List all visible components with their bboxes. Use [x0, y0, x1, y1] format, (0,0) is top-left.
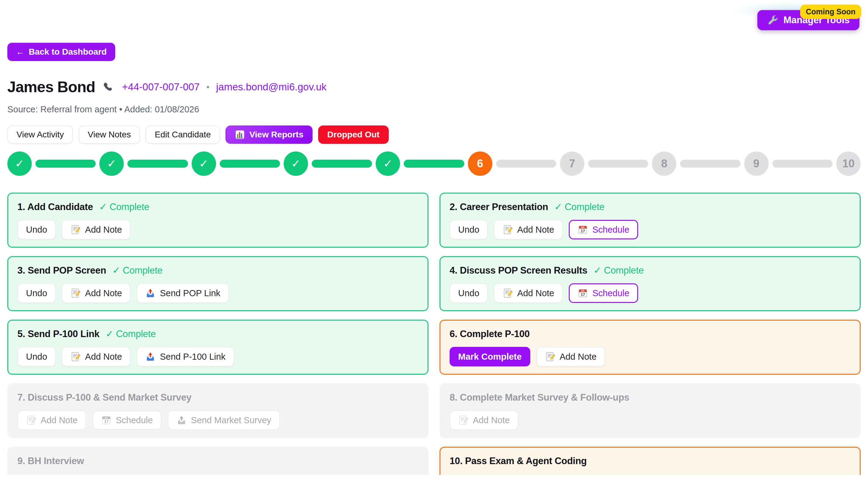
action-button-label: Dropped Out — [327, 130, 380, 140]
task-card-title: 7. Discuss P-100 & Send Market Survey — [18, 391, 192, 404]
task-status-complete: ✓ Complete — [593, 265, 644, 277]
task-mark-complete-button[interactable]: Mark Complete — [450, 347, 530, 367]
task-button-label: Mark Complete — [458, 352, 522, 362]
task-button-label: Undo — [458, 225, 479, 235]
task-send-market-survey-button[interactable]: Send Market Survey — [168, 410, 280, 430]
task-button-label: Add Note — [517, 225, 554, 235]
task-card-header: 6. Complete P-100 — [450, 328, 850, 340]
progress-stepper: ✓✓✓✓✓678910 — [7, 151, 861, 176]
calendar-icon: 17JUL — [578, 288, 588, 298]
chart-icon — [235, 130, 245, 140]
step-5: ✓ — [376, 151, 400, 176]
task-button-label: Undo — [26, 288, 47, 298]
task-button-label: Undo — [458, 288, 479, 298]
task-button-label: Schedule — [116, 415, 153, 425]
task-add-note-button[interactable]: Add Note — [494, 220, 563, 239]
candidate-header: James Bond +44-007-007-007 • james.bond@… — [7, 78, 861, 96]
step-6-current: 6 — [468, 151, 492, 176]
candidate-phone-link[interactable]: +44-007-007-007 — [122, 81, 199, 93]
step-10: 10 — [836, 151, 861, 176]
task-card-header: 3. Send POP Screen✓ Complete — [18, 265, 418, 277]
task-card-header: 8. Complete Market Survey & Follow-ups — [450, 391, 850, 404]
step-7: 7 — [560, 151, 584, 176]
svg-text:JUL: JUL — [581, 226, 585, 229]
back-arrow-icon: ← — [16, 47, 25, 57]
task-button-label: Send P-100 Link — [160, 352, 225, 362]
candidate-name: James Bond — [7, 78, 95, 96]
svg-text:17: 17 — [581, 292, 585, 297]
task-card-9: 9. BH Interview — [7, 447, 429, 475]
task-button-label: Add Note — [85, 225, 122, 235]
task-card-title: 4. Discuss POP Screen Results — [450, 265, 587, 277]
action-edit-candidate-button[interactable]: Edit Candidate — [146, 126, 220, 144]
action-button-label: View Activity — [17, 130, 64, 140]
task-status-complete: ✓ Complete — [106, 328, 156, 340]
task-button-label: Add Note — [85, 352, 122, 362]
action-button-label: View Reports — [249, 130, 304, 140]
task-card-title: 9. BH Interview — [18, 455, 84, 467]
task-status-complete: ✓ Complete — [554, 201, 604, 213]
task-card-4: 4. Discuss POP Screen Results✓ CompleteU… — [439, 256, 861, 311]
calendar-icon: 17JUL — [101, 415, 112, 425]
step-4: ✓ — [284, 151, 308, 176]
task-status-complete: ✓ Complete — [112, 265, 162, 277]
task-add-note-button[interactable]: Add Note — [18, 410, 86, 430]
task-add-note-button[interactable]: Add Note — [62, 220, 130, 239]
step-3: ✓ — [192, 151, 216, 176]
task-schedule-button[interactable]: 17JULSchedule — [569, 220, 638, 239]
memo-icon — [26, 415, 36, 425]
step-2: ✓ — [99, 151, 124, 176]
step-9: 9 — [744, 151, 769, 176]
task-card-3: 3. Send POP Screen✓ CompleteUndoAdd Note… — [7, 256, 429, 311]
step-connector — [220, 160, 280, 168]
candidate-email-link[interactable]: james.bond@mi6.gov.uk — [216, 81, 327, 93]
task-button-label: Undo — [26, 352, 47, 362]
task-card-actions: Mark CompleteAdd Note — [450, 347, 850, 367]
task-undo-button[interactable]: Undo — [18, 220, 56, 239]
task-card-actions: Add Note17JULScheduleSend Market Survey — [18, 410, 418, 430]
step-8: 8 — [652, 151, 676, 176]
task-button-label: Schedule — [592, 288, 629, 298]
task-undo-button[interactable]: Undo — [18, 283, 56, 303]
memo-icon — [70, 225, 81, 235]
outbox-icon — [145, 288, 156, 298]
candidate-meta: Source: Referral from agent • Added: 01/… — [7, 104, 861, 114]
action-view-activity-button[interactable]: View Activity — [7, 126, 73, 144]
action-view-reports-button[interactable]: View Reports — [225, 126, 313, 144]
task-add-note-button[interactable]: Add Note — [494, 283, 563, 303]
task-button-label: Add Note — [41, 415, 78, 425]
step-1: ✓ — [7, 151, 32, 176]
task-card-title: 8. Complete Market Survey & Follow-ups — [450, 391, 629, 404]
action-button-label: Edit Candidate — [155, 130, 211, 140]
task-card-5: 5. Send P-100 Link✓ CompleteUndoAdd Note… — [7, 320, 429, 375]
task-schedule-button[interactable]: 17JULSchedule — [92, 410, 162, 430]
task-button-label: Send Market Survey — [191, 415, 271, 425]
task-undo-button[interactable]: Undo — [450, 283, 488, 303]
task-undo-button[interactable]: Undo — [450, 220, 488, 239]
task-send-pop-link-button[interactable]: Send POP Link — [136, 283, 229, 303]
back-button-label: Back to Dashboard — [29, 47, 107, 57]
task-undo-button[interactable]: Undo — [18, 347, 56, 367]
task-card-8: 8. Complete Market Survey & Follow-upsAd… — [439, 383, 861, 438]
task-button-label: Add Note — [85, 288, 122, 298]
task-status-complete: ✓ Complete — [99, 201, 149, 213]
task-card-header: 2. Career Presentation✓ Complete — [450, 201, 850, 213]
task-card-actions: UndoAdd NoteSend POP Link — [18, 283, 418, 303]
task-card-title: 5. Send P-100 Link — [18, 328, 100, 340]
action-view-notes-button[interactable]: View Notes — [79, 126, 140, 144]
task-card-title: 3. Send POP Screen — [18, 265, 106, 277]
task-schedule-button[interactable]: 17JULSchedule — [569, 283, 638, 303]
task-add-note-button[interactable]: Add Note — [62, 347, 130, 367]
step-connector — [680, 160, 740, 168]
step-connector — [35, 160, 96, 168]
step-connector — [404, 160, 464, 168]
task-add-note-button[interactable]: Add Note — [62, 283, 130, 303]
task-send-p-100-link-button[interactable]: Send P-100 Link — [136, 347, 234, 367]
task-card-title: 2. Career Presentation — [450, 201, 548, 213]
task-add-note-button[interactable]: Add Note — [536, 347, 605, 367]
back-to-dashboard-button[interactable]: ← Back to Dashboard — [7, 43, 115, 61]
main-content: ← Back to Dashboard James Bond +44-007-0… — [0, 0, 868, 475]
memo-icon — [502, 225, 513, 235]
task-add-note-button[interactable]: Add Note — [450, 410, 518, 430]
action-dropped-out-button[interactable]: Dropped Out — [318, 126, 389, 144]
